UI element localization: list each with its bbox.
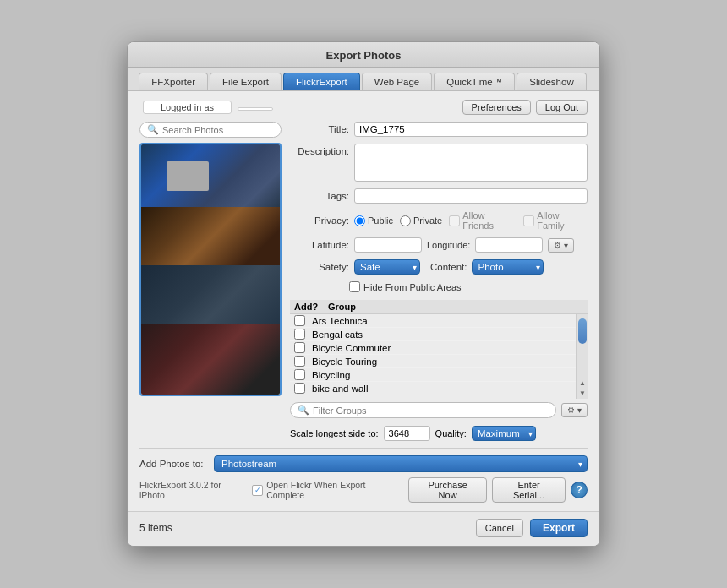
description-row: Description: <box>290 144 588 182</box>
tab-flickr-export[interactable]: FlickrExport <box>283 73 360 90</box>
photostream-select[interactable]: Photostream <box>214 455 588 472</box>
filter-groups-input[interactable] <box>313 406 549 416</box>
location-gear-button[interactable]: ⚙ ▾ <box>548 238 574 253</box>
search-input[interactable] <box>162 125 274 135</box>
content-select-wrapper: Photo Screenshot Other <box>472 259 544 275</box>
group-row: Bicycle Commuter <box>290 341 576 355</box>
group-checkbox-2[interactable] <box>294 329 305 340</box>
privacy-public-label: Public <box>368 215 393 226</box>
tab-file-export[interactable]: File Export <box>210 73 282 90</box>
photo-thumbnail-4 <box>141 324 280 395</box>
photo-item-2[interactable] <box>141 207 280 265</box>
export-button[interactable]: Export <box>530 519 588 537</box>
open-flickr-checkbox-display[interactable]: ✓ <box>252 485 263 496</box>
hide-public-checkbox[interactable] <box>349 281 360 292</box>
group-row: Bicycle Touring <box>290 355 576 368</box>
groups-header: Add? Group <box>290 300 588 314</box>
group-checkbox-1[interactable] <box>294 315 305 326</box>
search-box[interactable]: 🔍 <box>139 122 282 138</box>
groups-group-header: Group <box>328 302 583 312</box>
allow-family-label: Allow Family <box>537 210 588 231</box>
privacy-private-radio[interactable] <box>400 215 411 226</box>
photo-thumbnail-2 <box>141 207 280 265</box>
titlebar: Export Photos <box>128 42 599 68</box>
allow-friends-option[interactable]: Allow Friends <box>449 210 517 231</box>
tabs-row: FFXporter File Export FlickrExport Web P… <box>128 68 599 91</box>
longitude-input[interactable] <box>475 237 543 253</box>
window-title: Export Photos <box>326 49 402 62</box>
filter-search-icon: 🔍 <box>298 405 309 416</box>
group-row: bike and wall <box>290 382 576 395</box>
bottom-bar: FlickrExport 3.0.2 for iPhoto ✓ Open Fli… <box>139 477 588 503</box>
group-row: Ars Technica <box>290 314 576 328</box>
groups-section: Add? Group Ars Technica <box>290 300 588 418</box>
cancel-button[interactable]: Cancel <box>476 519 523 537</box>
allow-family-option[interactable]: Allow Family <box>523 210 588 231</box>
group-name-5: Bicycling <box>312 370 350 380</box>
photo-item-1[interactable] <box>141 144 280 207</box>
tab-web-page[interactable]: Web Page <box>362 73 433 90</box>
preferences-button[interactable]: Preferences <box>462 100 531 115</box>
group-checkbox-6[interactable] <box>294 383 305 394</box>
enter-serial-button[interactable]: Enter Serial... <box>492 477 566 503</box>
safety-select[interactable]: Safe Moderate Restricted <box>354 259 420 275</box>
hide-public-row: Hide From Public Areas <box>349 281 588 292</box>
privacy-public-option[interactable]: Public <box>354 215 393 226</box>
groups-gear-button[interactable]: ⚙ ▾ <box>561 403 588 417</box>
tags-input[interactable] <box>354 188 588 204</box>
version-label: FlickrExport 3.0.2 for iPhoto <box>139 480 247 500</box>
privacy-public-radio[interactable] <box>354 215 365 226</box>
filter-search-box[interactable]: 🔍 <box>290 402 556 418</box>
quality-select-wrapper: Maximum High Medium Low <box>472 426 536 441</box>
safety-select-wrapper: Safe Moderate Restricted <box>354 259 420 275</box>
group-checkbox-3[interactable] <box>294 342 305 353</box>
tags-row: Tags: <box>290 188 588 204</box>
scroll-up-arrow[interactable]: ▲ <box>578 378 587 387</box>
title-label: Title: <box>290 124 349 134</box>
logout-button[interactable]: Log Out <box>536 100 588 115</box>
top-buttons: Preferences Log Out <box>462 100 588 115</box>
safety-label: Safety: <box>290 262 349 272</box>
quality-select[interactable]: Maximum High Medium Low <box>472 426 536 441</box>
latitude-input[interactable] <box>354 237 422 253</box>
scale-input[interactable] <box>384 426 430 441</box>
longitude-label: Longitude: <box>427 240 470 250</box>
main-area: 🔍 <box>139 122 588 441</box>
allow-friends-checkbox[interactable] <box>449 215 460 226</box>
scroll-down-arrow[interactable]: ▼ <box>578 389 587 397</box>
groups-container: Add? Group Ars Technica <box>290 300 588 399</box>
purchase-now-button[interactable]: Purchase Now <box>408 477 486 503</box>
group-name-3: Bicycle Commuter <box>312 343 391 353</box>
privacy-private-option[interactable]: Private <box>400 215 442 226</box>
photostream-select-wrapper: Photostream <box>214 455 588 472</box>
allow-family-checkbox[interactable] <box>523 215 534 226</box>
groups-scrollbar[interactable]: ▼ ▲ <box>576 314 588 399</box>
privacy-private-label: Private <box>413 215 442 226</box>
scale-label: Scale longest side to: <box>290 428 379 438</box>
title-row: Title: <box>290 122 588 137</box>
privacy-options: Public Private Allow Friends Allow <box>354 210 588 231</box>
tab-ffxporter[interactable]: FFXporter <box>139 73 208 90</box>
help-button[interactable]: ? <box>571 482 588 498</box>
group-checkbox-4[interactable] <box>294 356 305 367</box>
tab-quicktime[interactable]: QuickTime™ <box>434 73 515 90</box>
tab-slideshow[interactable]: Slideshow <box>517 73 586 90</box>
group-row: Bengal cats <box>290 328 576 341</box>
content-select[interactable]: Photo Screenshot Other <box>472 259 544 275</box>
description-input[interactable] <box>354 144 588 182</box>
photo-item-4[interactable] <box>141 324 280 395</box>
top-bar: Logged in as Preferences Log Out <box>139 100 588 115</box>
group-checkbox-5[interactable] <box>294 369 305 380</box>
groups-rows-container: Ars Technica Bengal cats Bicycle Commute… <box>290 314 588 399</box>
logged-in-area: Logged in as <box>139 101 273 114</box>
title-input[interactable] <box>354 122 588 137</box>
add-photos-row: Add Photos to: Photostream <box>139 455 588 472</box>
group-name-4: Bicycle Touring <box>312 357 377 367</box>
main-content: Logged in as Preferences Log Out 🔍 <box>128 91 599 511</box>
photo-item-3[interactable] <box>141 265 280 324</box>
photo-thumbnail-3 <box>141 265 280 324</box>
open-flickr-label: Open Flickr When Export Complete <box>266 480 403 500</box>
add-photos-label: Add Photos to: <box>139 459 207 469</box>
logged-in-label: Logged in as <box>143 101 232 114</box>
footer-row: 5 items Cancel Export <box>128 511 599 546</box>
